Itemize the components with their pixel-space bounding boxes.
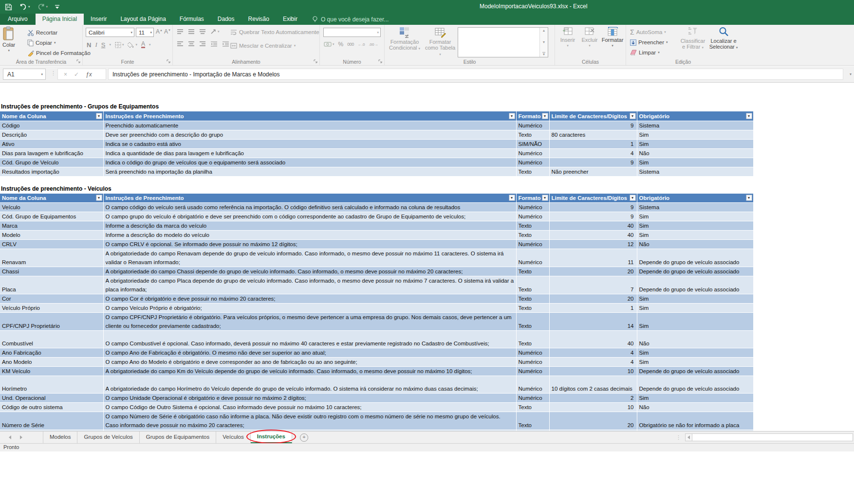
sheet-tab-grupos-de-equipamentos[interactable]: Grupos de Equipamentos [140, 432, 216, 443]
cell[interactable]: Ativo [0, 139, 103, 148]
cell[interactable]: Texto [516, 221, 549, 231]
formula-input[interactable]: Instruções de preenchimento - Importação… [108, 69, 843, 80]
cell[interactable]: 4 [549, 148, 637, 158]
cell[interactable]: A obrigatoriedade do campo Chassi depend… [103, 267, 516, 276]
sheet-tab-modelos[interactable]: Modelos [43, 432, 77, 443]
cell[interactable]: Numérico [516, 158, 549, 167]
font-size-combo[interactable]: 11▾ [136, 28, 154, 37]
cell[interactable]: Numérico [516, 348, 549, 358]
cell[interactable]: Ano Modelo [0, 358, 103, 367]
cell[interactable]: Texto [516, 403, 549, 412]
fill-color-button[interactable]: ▾ [128, 42, 137, 48]
next-sheet-icon[interactable] [20, 435, 22, 439]
sheet-tab-instru-es[interactable]: Instruções [251, 432, 292, 443]
cell[interactable]: Numérico [516, 212, 549, 221]
align-bottom-icon[interactable] [199, 29, 206, 35]
cell[interactable]: Indica o código do grupo de veículos que… [103, 158, 516, 167]
insert-cells-button[interactable]: Inserir ▾ [557, 26, 578, 48]
gallery-scrollbar[interactable]: ▲▼▼ [539, 28, 548, 57]
cell[interactable]: Veículo [0, 203, 103, 212]
cell[interactable]: Cód. Grupo de Veículo [0, 158, 103, 167]
cell[interactable]: Sim [637, 394, 753, 403]
orientation-button[interactable]: ▾ [210, 29, 220, 35]
align-top-icon[interactable] [177, 29, 184, 35]
column-header[interactable]: Formato▾ [516, 111, 549, 121]
cell[interactable]: Cor [0, 294, 103, 304]
cell[interactable]: Numérico [516, 121, 549, 130]
cell[interactable]: Sistema [637, 203, 753, 212]
undo-icon[interactable]: ▾ [19, 3, 30, 10]
cell[interactable]: Numérico [516, 148, 549, 158]
cell[interactable]: Não [637, 240, 753, 249]
column-header[interactable]: Nome da Coluna▾ [0, 111, 103, 121]
paste-button[interactable]: Colar ▾ [2, 26, 15, 53]
customize-qat-icon[interactable] [55, 4, 60, 10]
cell[interactable]: Indica se o cadastro está ativo [103, 139, 516, 148]
column-header[interactable]: Obrigatório▾ [637, 194, 753, 203]
cell[interactable]: 12 [549, 240, 637, 249]
cell[interactable]: Sim [637, 139, 753, 148]
cell[interactable]: Veículo Próprio [0, 304, 103, 313]
format-as-table-button[interactable]: Formatar como Tabela ▾ [425, 26, 456, 57]
cell[interactable]: O campo grupo do veículo é obrigatório e… [103, 212, 516, 221]
previous-sheet-icon[interactable] [9, 435, 11, 439]
column-header[interactable]: Nome da Coluna▾ [0, 194, 103, 203]
fill-button[interactable]: Preencher▾ [630, 37, 668, 47]
cell[interactable]: Sim [637, 348, 753, 358]
table-title[interactable]: Instruções de preenchimento - Veículos [1, 184, 854, 193]
find-select-button[interactable]: Localizar e Selecionar ▾ [709, 26, 738, 51]
cell[interactable]: Combustível [0, 331, 103, 348]
save-icon[interactable] [5, 3, 12, 11]
column-header[interactable]: Limite de Caracteres/Dígitos▾ [549, 111, 637, 121]
cell[interactable]: Texto [516, 313, 549, 331]
align-center-icon[interactable] [188, 41, 195, 47]
number-format-combo[interactable]: ▾ [323, 28, 381, 37]
cell[interactable]: O campo CRLV é opcional. Se informado de… [103, 240, 516, 249]
cell[interactable]: Indica a quantidade de dias para lavagem… [103, 148, 516, 158]
cell[interactable]: Sistema [637, 121, 753, 130]
cell[interactable]: Descrição [0, 130, 103, 139]
cell[interactable]: Numérico [516, 203, 549, 212]
cell[interactable]: O campo Combustível é opcional. Caso inf… [103, 331, 516, 348]
cell[interactable]: 1 [549, 139, 637, 148]
cell[interactable]: Depende do grupo de veículo associado [637, 267, 753, 276]
horizontal-scrollbar[interactable] [685, 433, 853, 441]
bold-button[interactable]: N [87, 41, 91, 49]
cell[interactable]: 40 [549, 331, 637, 348]
cell[interactable]: Informe a descrição da marca do veículo [103, 221, 516, 231]
cell-styles-gallery[interactable]: ▲▼▼ [458, 27, 548, 57]
sheet-tab-ve-culos[interactable]: Veículos [216, 432, 250, 443]
increase-indent-icon[interactable] [222, 41, 229, 47]
cell[interactable]: Texto [516, 267, 549, 276]
new-sheet-button[interactable]: + [300, 433, 308, 442]
cut-button[interactable]: Recortar [27, 28, 57, 37]
cell[interactable]: Texto [516, 331, 549, 348]
ribbon-tab-inserir[interactable]: Inserir [84, 14, 113, 25]
cell[interactable]: O campo Cor é obrigatório e deve possuir… [103, 294, 516, 304]
ribbon-tab-layout-da-p-gina[interactable]: Layout da Página [113, 14, 172, 25]
cell[interactable]: A obrigatoriedade do campo Km do Veículo… [103, 367, 516, 376]
cell[interactable]: 10 [549, 403, 637, 412]
percent-style-button[interactable]: % [338, 41, 344, 48]
cell[interactable]: Preenchido automaticamente [103, 121, 516, 130]
cell[interactable]: Resultados importação [0, 167, 103, 176]
filter-dropdown-icon[interactable]: ▾ [630, 195, 636, 201]
comma-style-button[interactable]: 000 [347, 42, 354, 47]
cell[interactable]: 40 [549, 231, 637, 240]
accounting-format-button[interactable]: ▾ [324, 41, 334, 47]
cell[interactable]: Sim [637, 304, 753, 313]
dialog-launcher-icon[interactable] [314, 59, 318, 64]
column-header[interactable]: Limite de Caracteres/Dígitos▾ [549, 194, 637, 203]
cell[interactable]: Texto [516, 130, 549, 139]
cell[interactable]: 20 [549, 412, 637, 430]
cell[interactable]: O campo Ano de Fabricação é obrigatório.… [103, 348, 516, 358]
cell[interactable]: 1 [549, 304, 637, 313]
cell[interactable]: O campo Veículo Próprio é obrigatório; [103, 304, 516, 313]
underline-button[interactable]: S [101, 41, 106, 49]
cell[interactable]: Número de Série [0, 412, 103, 430]
cell[interactable]: Depende do grupo de veículo associado [637, 276, 753, 294]
align-left-icon[interactable] [177, 41, 184, 47]
cell[interactable]: CRLV [0, 240, 103, 249]
filter-dropdown-icon[interactable]: ▾ [542, 113, 548, 119]
cell[interactable]: Marca [0, 221, 103, 231]
